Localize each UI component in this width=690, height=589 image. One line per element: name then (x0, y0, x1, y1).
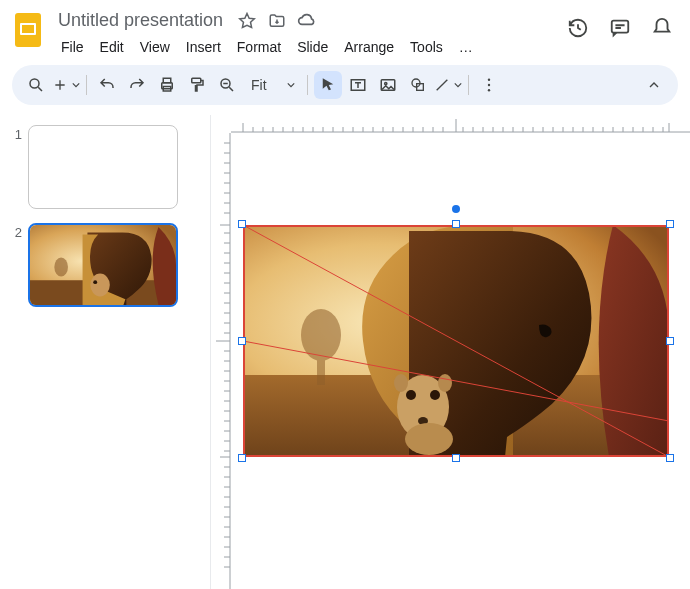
toolbar-container: Fit (0, 59, 690, 115)
resize-handle-e[interactable] (666, 337, 674, 345)
resize-handle-nw[interactable] (238, 220, 246, 228)
move-folder-icon[interactable] (267, 11, 287, 31)
thumb-row: 1 (8, 125, 202, 209)
menu-format[interactable]: Format (230, 35, 288, 59)
slide-thumbnail-1[interactable] (28, 125, 178, 209)
line-button[interactable] (434, 71, 462, 99)
undo-button[interactable] (93, 71, 121, 99)
cloud-status-icon[interactable] (297, 11, 317, 31)
resize-handle-w[interactable] (238, 337, 246, 345)
slide-thumbnail-2[interactable] (28, 223, 178, 307)
svg-point-21 (54, 257, 68, 276)
resize-handle-s[interactable] (452, 454, 460, 462)
doc-title[interactable]: Untitled presentation (54, 8, 227, 33)
menu-file[interactable]: File (54, 35, 91, 59)
slide-viewport[interactable] (231, 133, 690, 589)
horizontal-ruler (231, 115, 690, 133)
menu-edit[interactable]: Edit (93, 35, 131, 59)
svg-rect-9 (192, 78, 201, 83)
version-history-icon[interactable] (566, 16, 590, 40)
redo-button[interactable] (123, 71, 151, 99)
resize-handle-n[interactable] (452, 220, 460, 228)
comments-icon[interactable] (608, 16, 632, 40)
svg-line-126 (243, 341, 669, 421)
resize-handle-sw[interactable] (238, 454, 246, 462)
thumbnail-image (30, 225, 176, 305)
slide-canvas-area[interactable] (210, 115, 690, 589)
print-button[interactable] (153, 71, 181, 99)
textbox-button[interactable] (344, 71, 372, 99)
menu-arrange[interactable]: Arrange (337, 35, 401, 59)
thumb-row: 2 (8, 223, 202, 307)
svg-point-23 (93, 280, 97, 284)
svg-rect-3 (22, 25, 34, 33)
svg-rect-4 (612, 21, 629, 33)
vertical-ruler (211, 133, 231, 589)
more-tools-button[interactable] (475, 71, 503, 99)
svg-point-18 (487, 89, 489, 91)
header-right (566, 16, 674, 40)
svg-point-16 (487, 79, 489, 81)
insert-image-button[interactable] (374, 71, 402, 99)
toolbar: Fit (12, 65, 678, 105)
menu-view[interactable]: View (133, 35, 177, 59)
thumb-number: 2 (8, 223, 22, 307)
selection-diagonal-2 (243, 225, 669, 457)
zoom-label: Fit (251, 77, 267, 93)
search-menus-icon[interactable] (22, 71, 50, 99)
svg-rect-7 (163, 78, 171, 83)
collapse-toolbar-button[interactable] (640, 71, 668, 99)
selected-image-object[interactable] (243, 225, 669, 457)
app-header: Untitled presentation File Edit View Ins… (0, 0, 690, 59)
star-icon[interactable] (237, 11, 257, 31)
paint-format-button[interactable] (183, 71, 211, 99)
svg-point-13 (384, 82, 386, 84)
shape-button[interactable] (404, 71, 432, 99)
menu-bar: File Edit View Insert Format Slide Arran… (54, 35, 556, 59)
menu-insert[interactable]: Insert (179, 35, 228, 59)
thumb-number: 1 (8, 125, 22, 209)
resize-handle-ne[interactable] (666, 220, 674, 228)
menu-tools[interactable]: Tools (403, 35, 450, 59)
select-tool-button[interactable] (314, 71, 342, 99)
toolbar-separator (307, 75, 308, 95)
svg-point-17 (487, 84, 489, 86)
toolbar-separator (86, 75, 87, 95)
resize-handle-se[interactable] (666, 454, 674, 462)
svg-point-22 (90, 274, 109, 297)
main-area: 1 2 (0, 115, 690, 589)
slide-thumbnail-panel[interactable]: 1 2 (0, 115, 210, 589)
notification-icon[interactable] (650, 16, 674, 40)
menu-more[interactable]: … (452, 35, 480, 59)
menu-slide[interactable]: Slide (290, 35, 335, 59)
zoom-select[interactable]: Fit (243, 72, 301, 98)
svg-point-5 (30, 79, 39, 88)
new-slide-button[interactable] (52, 71, 80, 99)
zoom-icon[interactable] (213, 71, 241, 99)
rotation-handle[interactable] (452, 205, 460, 213)
slides-logo[interactable] (12, 10, 44, 50)
toolbar-separator (468, 75, 469, 95)
title-area: Untitled presentation File Edit View Ins… (54, 8, 556, 59)
